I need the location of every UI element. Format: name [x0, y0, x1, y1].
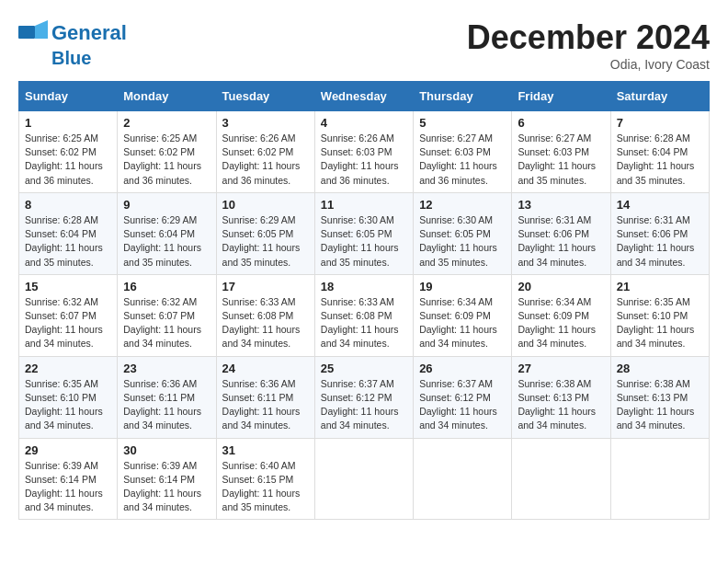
- calendar-week-row: 1Sunrise: 6:25 AMSunset: 6:02 PMDaylight…: [19, 111, 710, 193]
- day-number: 21: [617, 280, 703, 293]
- col-header-wednesday: Wednesday: [314, 82, 413, 111]
- day-detail: Sunrise: 6:27 AMSunset: 6:03 PMDaylight:…: [419, 132, 506, 188]
- calendar-cell: 14Sunrise: 6:31 AMSunset: 6:06 PMDayligh…: [610, 192, 709, 274]
- calendar-cell: 9Sunrise: 6:29 AMSunset: 6:04 PMDaylight…: [118, 192, 216, 274]
- day-number: 26: [419, 362, 506, 375]
- day-detail: Sunrise: 6:32 AMSunset: 6:07 PMDaylight:…: [25, 295, 111, 351]
- calendar-cell: 26Sunrise: 6:37 AMSunset: 6:12 PMDayligh…: [414, 356, 512, 438]
- calendar-cell: 10Sunrise: 6:29 AMSunset: 6:05 PMDayligh…: [216, 192, 314, 274]
- calendar-cell: 25Sunrise: 6:37 AMSunset: 6:12 PMDayligh…: [314, 356, 413, 438]
- day-number: 14: [617, 198, 703, 212]
- day-detail: Sunrise: 6:31 AMSunset: 6:06 PMDaylight:…: [617, 213, 703, 270]
- day-number: 24: [222, 362, 309, 375]
- day-number: 22: [25, 362, 111, 375]
- day-detail: Sunrise: 6:26 AMSunset: 6:02 PMDaylight:…: [222, 132, 309, 188]
- calendar-cell: 23Sunrise: 6:36 AMSunset: 6:11 PMDayligh…: [118, 356, 216, 438]
- day-detail: Sunrise: 6:25 AMSunset: 6:02 PMDaylight:…: [123, 132, 210, 188]
- day-number: 12: [419, 198, 506, 212]
- day-number: 23: [123, 362, 210, 375]
- logo-text: General: [51, 22, 127, 44]
- day-number: 4: [321, 116, 407, 130]
- day-detail: Sunrise: 6:34 AMSunset: 6:09 PMDaylight:…: [419, 295, 506, 351]
- day-number: 13: [518, 198, 604, 212]
- day-number: 8: [25, 198, 111, 212]
- day-number: 18: [321, 280, 407, 293]
- calendar-week-row: 22Sunrise: 6:35 AMSunset: 6:10 PMDayligh…: [19, 356, 710, 438]
- logo-blue-text: Blue: [51, 48, 91, 68]
- day-detail: Sunrise: 6:28 AMSunset: 6:04 PMDaylight:…: [25, 213, 111, 270]
- day-number: 27: [518, 362, 604, 375]
- calendar-cell: 31Sunrise: 6:40 AMSunset: 6:15 PMDayligh…: [216, 438, 314, 520]
- day-detail: Sunrise: 6:32 AMSunset: 6:07 PMDaylight:…: [123, 295, 210, 351]
- logo-icon: [18, 18, 48, 48]
- svg-marker-1: [35, 20, 48, 39]
- calendar-cell: 16Sunrise: 6:32 AMSunset: 6:07 PMDayligh…: [118, 274, 216, 356]
- month-title: December 2024: [467, 18, 710, 57]
- calendar-table: SundayMondayTuesdayWednesdayThursdayFrid…: [18, 81, 710, 520]
- day-detail: Sunrise: 6:26 AMSunset: 6:03 PMDaylight:…: [321, 132, 407, 188]
- calendar-cell: 4Sunrise: 6:26 AMSunset: 6:03 PMDaylight…: [314, 111, 413, 193]
- day-number: 1: [25, 116, 111, 130]
- location: Odia, Ivory Coast: [467, 57, 710, 72]
- day-detail: Sunrise: 6:27 AMSunset: 6:03 PMDaylight:…: [518, 132, 604, 188]
- day-number: 2: [123, 116, 210, 130]
- day-detail: Sunrise: 6:35 AMSunset: 6:10 PMDaylight:…: [617, 295, 703, 351]
- calendar-cell: 8Sunrise: 6:28 AMSunset: 6:04 PMDaylight…: [19, 192, 118, 274]
- day-number: 6: [518, 116, 604, 130]
- calendar-week-row: 15Sunrise: 6:32 AMSunset: 6:07 PMDayligh…: [19, 274, 710, 356]
- day-detail: Sunrise: 6:39 AMSunset: 6:14 PMDaylight:…: [123, 459, 210, 515]
- calendar-cell: 18Sunrise: 6:33 AMSunset: 6:08 PMDayligh…: [314, 274, 413, 356]
- calendar-cell: 29Sunrise: 6:39 AMSunset: 6:14 PMDayligh…: [19, 438, 118, 520]
- day-detail: Sunrise: 6:37 AMSunset: 6:12 PMDaylight:…: [419, 377, 506, 433]
- day-detail: Sunrise: 6:28 AMSunset: 6:04 PMDaylight:…: [617, 132, 703, 188]
- day-number: 17: [222, 280, 309, 293]
- day-detail: Sunrise: 6:29 AMSunset: 6:04 PMDaylight:…: [123, 213, 210, 270]
- calendar-cell: 5Sunrise: 6:27 AMSunset: 6:03 PMDaylight…: [414, 111, 512, 193]
- day-number: 11: [321, 198, 407, 212]
- calendar-cell: 13Sunrise: 6:31 AMSunset: 6:06 PMDayligh…: [512, 192, 610, 274]
- day-number: 25: [321, 362, 407, 375]
- col-header-tuesday: Tuesday: [216, 82, 314, 111]
- calendar-cell: 28Sunrise: 6:38 AMSunset: 6:13 PMDayligh…: [610, 356, 709, 438]
- day-detail: Sunrise: 6:38 AMSunset: 6:13 PMDaylight:…: [518, 377, 604, 433]
- day-number: 3: [222, 116, 309, 130]
- calendar-cell: 17Sunrise: 6:33 AMSunset: 6:08 PMDayligh…: [216, 274, 314, 356]
- calendar-cell: [314, 438, 413, 520]
- day-number: 16: [123, 280, 210, 293]
- day-detail: Sunrise: 6:38 AMSunset: 6:13 PMDaylight:…: [617, 377, 703, 433]
- calendar-cell: 3Sunrise: 6:26 AMSunset: 6:02 PMDaylight…: [216, 111, 314, 193]
- day-detail: Sunrise: 6:30 AMSunset: 6:05 PMDaylight:…: [419, 213, 506, 270]
- calendar-cell: 6Sunrise: 6:27 AMSunset: 6:03 PMDaylight…: [512, 111, 610, 193]
- calendar-cell: [610, 438, 709, 520]
- svg-rect-0: [18, 26, 35, 39]
- day-number: 30: [123, 443, 210, 457]
- calendar-cell: 2Sunrise: 6:25 AMSunset: 6:02 PMDaylight…: [118, 111, 216, 193]
- day-detail: Sunrise: 6:40 AMSunset: 6:15 PMDaylight:…: [222, 459, 309, 515]
- calendar-cell: [512, 438, 610, 520]
- day-number: 5: [419, 116, 506, 130]
- day-detail: Sunrise: 6:34 AMSunset: 6:09 PMDaylight:…: [518, 295, 604, 351]
- calendar-cell: 30Sunrise: 6:39 AMSunset: 6:14 PMDayligh…: [118, 438, 216, 520]
- logo: General Blue: [18, 18, 127, 68]
- col-header-sunday: Sunday: [19, 82, 118, 111]
- col-header-saturday: Saturday: [610, 82, 709, 111]
- day-detail: Sunrise: 6:36 AMSunset: 6:11 PMDaylight:…: [222, 377, 309, 433]
- calendar-cell: 11Sunrise: 6:30 AMSunset: 6:05 PMDayligh…: [314, 192, 413, 274]
- calendar-cell: 7Sunrise: 6:28 AMSunset: 6:04 PMDaylight…: [610, 111, 709, 193]
- calendar-cell: 19Sunrise: 6:34 AMSunset: 6:09 PMDayligh…: [414, 274, 512, 356]
- calendar-cell: 22Sunrise: 6:35 AMSunset: 6:10 PMDayligh…: [19, 356, 118, 438]
- day-detail: Sunrise: 6:31 AMSunset: 6:06 PMDaylight:…: [518, 213, 604, 270]
- calendar-week-row: 8Sunrise: 6:28 AMSunset: 6:04 PMDaylight…: [19, 192, 710, 274]
- day-number: 28: [617, 362, 703, 375]
- col-header-friday: Friday: [512, 82, 610, 111]
- day-number: 19: [419, 280, 506, 293]
- day-number: 31: [222, 443, 309, 457]
- day-detail: Sunrise: 6:35 AMSunset: 6:10 PMDaylight:…: [25, 377, 111, 433]
- day-number: 29: [25, 443, 111, 457]
- calendar-cell: 1Sunrise: 6:25 AMSunset: 6:02 PMDaylight…: [19, 111, 118, 193]
- calendar-cell: 15Sunrise: 6:32 AMSunset: 6:07 PMDayligh…: [19, 274, 118, 356]
- page-header: General Blue December 2024 Odia, Ivory C…: [18, 18, 710, 72]
- calendar-cell: 27Sunrise: 6:38 AMSunset: 6:13 PMDayligh…: [512, 356, 610, 438]
- calendar-week-row: 29Sunrise: 6:39 AMSunset: 6:14 PMDayligh…: [19, 438, 710, 520]
- day-detail: Sunrise: 6:30 AMSunset: 6:05 PMDaylight:…: [321, 213, 407, 270]
